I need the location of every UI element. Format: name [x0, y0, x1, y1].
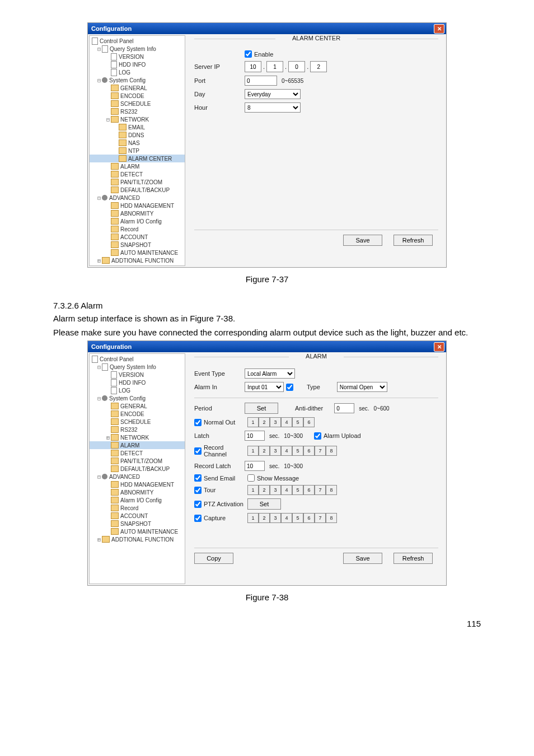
- channel-button[interactable]: 3: [270, 485, 281, 495]
- tree-item[interactable]: AUTO MAINTENANCE: [90, 249, 185, 256]
- alarmupload-checkbox[interactable]: [314, 432, 321, 440]
- ip-octet[interactable]: [310, 61, 327, 72]
- ip-octet[interactable]: [266, 61, 283, 72]
- ptzactivation-checkbox[interactable]: [194, 501, 202, 508]
- channel-button[interactable]: 6: [303, 446, 315, 456]
- capture-checkbox[interactable]: [194, 515, 202, 522]
- tree-pane[interactable]: Control Panel ⊟Query System Info VERSION…: [89, 35, 185, 266]
- normalout-channels[interactable]: 1 2 3 4 5 6: [247, 417, 315, 427]
- tree-item[interactable]: ENCODE: [90, 92, 185, 100]
- channel-button[interactable]: 5: [292, 417, 303, 427]
- latch-input[interactable]: [245, 431, 265, 441]
- refresh-button[interactable]: Refresh: [394, 553, 433, 564]
- tree-item[interactable]: ALARM: [90, 162, 185, 170]
- enable-checkbox[interactable]: [245, 50, 252, 58]
- tree-item[interactable]: ⊟NETWORK: [90, 115, 185, 123]
- channel-button[interactable]: 6: [303, 513, 315, 523]
- alarmin-enable-checkbox[interactable]: [286, 384, 293, 391]
- refresh-button[interactable]: Refresh: [394, 235, 433, 246]
- recordlatch-input[interactable]: [245, 461, 265, 471]
- channel-button[interactable]: 7: [315, 485, 326, 495]
- channel-button[interactable]: 8: [326, 485, 337, 495]
- channel-button[interactable]: 7: [315, 513, 326, 523]
- tree-root[interactable]: Control Panel: [90, 37, 185, 45]
- type-select[interactable]: Normal Open: [337, 382, 387, 392]
- tour-checkbox[interactable]: [194, 487, 202, 494]
- tree-item[interactable]: DEFAULT/BACKUP: [90, 186, 185, 194]
- channel-button[interactable]: 2: [259, 513, 270, 523]
- channel-button[interactable]: 3: [270, 513, 281, 523]
- tree-item[interactable]: ⊞ADDTIONAL FUNCTION: [90, 535, 185, 543]
- server-ip-input[interactable]: . . .: [245, 61, 327, 72]
- tree-item[interactable]: Record: [90, 504, 185, 512]
- tree-item[interactable]: ⊟Query System Info: [90, 363, 185, 371]
- tree-item[interactable]: ABNORMITY: [90, 209, 185, 217]
- channel-button[interactable]: 8: [326, 513, 337, 523]
- close-icon[interactable]: ✕: [434, 342, 444, 352]
- channel-button[interactable]: 5: [292, 513, 303, 523]
- tree-item[interactable]: EMAIL: [90, 123, 185, 131]
- channel-button[interactable]: 2: [259, 485, 270, 495]
- tree-item[interactable]: GENERAL: [90, 402, 185, 410]
- tree-item[interactable]: Alarm I/O Config: [90, 217, 185, 225]
- tree-item[interactable]: RS232: [90, 108, 185, 115]
- tree-item[interactable]: PAN/TILT/ZOOM: [90, 178, 185, 186]
- channel-button[interactable]: 3: [270, 446, 281, 456]
- channel-button[interactable]: 6: [303, 417, 315, 427]
- channel-button[interactable]: 4: [281, 513, 292, 523]
- channel-button[interactable]: 5: [292, 446, 303, 456]
- tree-pane[interactable]: Control Panel ⊟Query System Info VERSION…: [89, 353, 185, 584]
- channel-button[interactable]: 6: [303, 485, 315, 495]
- tree-item[interactable]: SNAPSHOT: [90, 520, 185, 528]
- tree-item[interactable]: ⊟System Config: [90, 76, 185, 84]
- day-select[interactable]: Everyday: [245, 89, 301, 99]
- tree-item[interactable]: SCHEDULE: [90, 100, 185, 108]
- tree-item[interactable]: ⊟Query System Info: [90, 45, 185, 53]
- tree-item[interactable]: ⊞NETWORK: [90, 433, 185, 441]
- tree-item[interactable]: ACCOUNT: [90, 233, 185, 241]
- sendemail-checkbox[interactable]: [194, 474, 202, 482]
- tree-item[interactable]: LOG: [90, 68, 185, 76]
- save-button[interactable]: Save: [343, 553, 382, 564]
- antidither-input[interactable]: [334, 403, 354, 413]
- tree-item[interactable]: DDNS: [90, 131, 185, 139]
- tree-item[interactable]: ⊟System Config: [90, 394, 185, 402]
- channel-button[interactable]: 2: [259, 417, 270, 427]
- copy-button[interactable]: Copy: [194, 553, 233, 564]
- tree-root[interactable]: Control Panel: [90, 355, 185, 363]
- tree-item[interactable]: LOG: [90, 386, 185, 394]
- tree-item[interactable]: ENCODE: [90, 410, 185, 418]
- channel-button[interactable]: 4: [281, 417, 292, 427]
- tree-item[interactable]: ⊞ADDTIONAL FUNCTION: [90, 256, 185, 264]
- tree-item[interactable]: Alarm I/O Config: [90, 496, 185, 504]
- ptz-set-button[interactable]: Set: [247, 498, 281, 510]
- tree-item[interactable]: HDD INFO: [90, 379, 185, 386]
- port-input[interactable]: [245, 76, 277, 86]
- showmessage-checkbox[interactable]: [247, 474, 255, 482]
- eventtype-select[interactable]: Local Alarm: [245, 368, 295, 379]
- recordchannel-checkbox[interactable]: [194, 447, 202, 455]
- tree-item[interactable]: PAN/TILT/ZOOM: [90, 457, 185, 465]
- tree-item[interactable]: ⊟ADVANCED: [90, 194, 185, 202]
- tree-item[interactable]: ACCOUNT: [90, 512, 185, 520]
- tree-item[interactable]: Record: [90, 225, 185, 233]
- tree-item[interactable]: VERSION: [90, 371, 185, 379]
- recordchannel-channels[interactable]: 1 2 3 4 5 6 7 8: [247, 446, 337, 456]
- tree-item[interactable]: DETECT: [90, 449, 185, 457]
- tree-item-selected[interactable]: ALARM CENTER: [90, 155, 185, 162]
- tree-item[interactable]: RS232: [90, 426, 185, 433]
- tree-item-selected[interactable]: ALARM: [90, 441, 185, 449]
- tree-item[interactable]: SCHEDULE: [90, 418, 185, 426]
- period-set-button[interactable]: Set: [245, 403, 278, 414]
- channel-button[interactable]: 5: [292, 485, 303, 495]
- channel-button[interactable]: 3: [270, 417, 281, 427]
- tree-item[interactable]: DETECT: [90, 170, 185, 178]
- channel-button[interactable]: 4: [281, 485, 292, 495]
- hour-select[interactable]: 8: [245, 102, 301, 113]
- tree-item[interactable]: HDD INFO: [90, 60, 185, 68]
- channel-button[interactable]: 1: [247, 513, 259, 523]
- tree-item[interactable]: VERSION: [90, 53, 185, 60]
- tree-item[interactable]: HDD MANAGEMENT: [90, 202, 185, 209]
- capture-channels[interactable]: 1 2 3 4 5 6 7 8: [247, 513, 337, 523]
- tree-item[interactable]: ABNORMITY: [90, 488, 185, 496]
